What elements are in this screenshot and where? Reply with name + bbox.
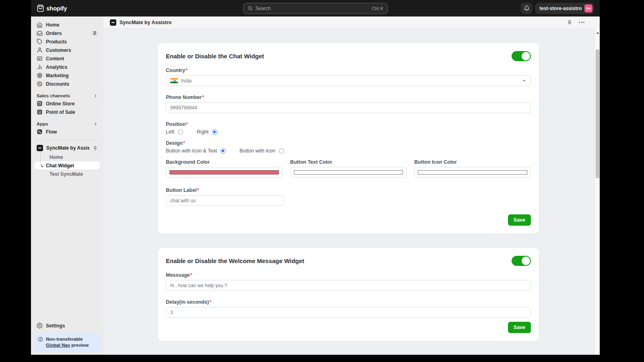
- app-header-actions: [567, 20, 593, 25]
- sidebar-item-chat-widget[interactable]: ↳ Chat Widget: [34, 161, 100, 170]
- chat-widget-card-title: Enable or Disable the Chat Widget: [166, 53, 264, 60]
- sidebar-item-marketing[interactable]: Marketing: [34, 71, 100, 80]
- sidebar-item-online-store[interactable]: Online Store: [34, 99, 100, 108]
- point-of-sale-icon: [37, 109, 43, 115]
- search-icon: [248, 6, 253, 11]
- pin-icon[interactable]: [567, 20, 572, 25]
- country-label: Country*: [166, 68, 531, 73]
- button-text-color-swatch: [294, 170, 403, 175]
- vertical-scrollbar[interactable]: [595, 29, 600, 355]
- app-header-bar: SyncMate by Assistro: [103, 16, 600, 29]
- sidebar-item-content[interactable]: Content: [34, 54, 100, 63]
- global-search[interactable]: Ctrl K: [243, 3, 388, 14]
- phone-number-input[interactable]: [166, 102, 531, 113]
- shopify-wordmark: shopify: [46, 5, 67, 12]
- position-radio-group: Left Right: [166, 129, 531, 135]
- info-icon: [38, 337, 43, 348]
- radio-checked-icon[interactable]: [212, 130, 217, 135]
- country-select[interactable]: India: [166, 75, 531, 86]
- pin-icon[interactable]: [93, 146, 98, 151]
- more-options-icon[interactable]: [579, 22, 584, 23]
- radio-unchecked-icon[interactable]: [178, 130, 183, 135]
- chevron-right-icon: [93, 94, 98, 98]
- sales-channels-header[interactable]: Sales channels: [37, 93, 98, 98]
- store-menu-button[interactable]: test-store-assistro tsa: [535, 3, 594, 14]
- sidebar-item-products[interactable]: Products: [34, 37, 100, 46]
- sidebar-item-flow[interactable]: Flow: [34, 128, 100, 136]
- delay-label: Delay(in seconds)*: [166, 299, 531, 305]
- scrollbar-thumb[interactable]: [596, 49, 599, 178]
- button-text-color-picker[interactable]: [290, 167, 407, 178]
- bar-chart-icon: [37, 64, 43, 70]
- sidebar-item-syncmate-app[interactable]: SyncMate by Assistro: [34, 144, 100, 152]
- apps-header[interactable]: Apps: [37, 121, 98, 126]
- online-store-icon: [37, 101, 43, 107]
- message-input[interactable]: [166, 280, 531, 291]
- sidebar: Home Orders 2 Products Customers Content: [31, 16, 103, 355]
- button-icon-color-picker[interactable]: [414, 167, 531, 178]
- store-avatar: tsa: [584, 4, 592, 12]
- sidebar-item-orders[interactable]: Orders 2: [34, 29, 100, 37]
- sidebar-item-home[interactable]: Home: [34, 21, 100, 29]
- notifications-button[interactable]: [521, 3, 532, 14]
- background-color-label: Background Color: [166, 159, 283, 165]
- topbar: shopify Ctrl K test-store-assistro tsa: [31, 0, 600, 16]
- position-left-option[interactable]: Left: [166, 129, 183, 135]
- radio-checked-icon[interactable]: [221, 148, 226, 154]
- button-label-input[interactable]: [166, 195, 284, 206]
- design-label: Design*: [166, 140, 531, 146]
- sidebar-divider: [36, 140, 99, 140]
- syncmate-app-subnav: Home ↳ Chat Widget Test SyncMate: [34, 153, 100, 178]
- position-label: Position*: [166, 121, 531, 127]
- background-color-swatch: [169, 170, 279, 175]
- topbar-actions: test-store-assistro tsa: [521, 3, 594, 14]
- app-title: SyncMate by Assistro: [120, 20, 171, 25]
- store-name: test-store-assistro: [539, 6, 582, 11]
- orders-count-badge: 2: [91, 31, 98, 36]
- welcome-message-toggle[interactable]: [512, 256, 531, 266]
- sidebar-item-settings[interactable]: Settings: [34, 321, 100, 330]
- home-icon: [37, 22, 43, 28]
- position-right-option[interactable]: Right: [197, 129, 217, 135]
- welcome-message-card: Enable or Disable the Welcome Message Wi…: [158, 248, 539, 341]
- chevron-right-icon: [93, 122, 98, 126]
- content-icon: [37, 56, 43, 62]
- save-button[interactable]: Save: [508, 214, 531, 226]
- save-button[interactable]: Save: [508, 322, 531, 333]
- phone-number-label: Phone Number*: [166, 95, 531, 100]
- syncmate-app-icon: [37, 145, 43, 151]
- button-label-label: Button Label*: [166, 187, 531, 193]
- sidebar-item-point-of-sale[interactable]: Point of Sale: [34, 108, 100, 116]
- gear-icon: [37, 323, 43, 329]
- sidebar-item-syncmate-home[interactable]: Home: [34, 153, 100, 161]
- button-icon-color-field: Button Icon Color: [414, 159, 531, 178]
- scroll-up-arrow-icon[interactable]: [597, 31, 599, 34]
- sidebar-item-test-syncmate[interactable]: Test SyncMate: [34, 170, 100, 178]
- app-content: Enable or Disable the Chat Widget Countr…: [103, 29, 600, 355]
- sidebar-item-customers[interactable]: Customers: [34, 46, 100, 54]
- india-flag-icon: [170, 78, 178, 83]
- welcome-message-card-title: Enable or Disable the Welcome Message Wi…: [166, 257, 304, 264]
- global-nav-link[interactable]: Global Nav: [46, 343, 70, 348]
- chat-widget-toggle[interactable]: [512, 51, 531, 61]
- bell-icon: [524, 5, 530, 11]
- toggle-knob: [522, 257, 530, 265]
- tree-arrow-icon: ↳: [40, 163, 44, 169]
- radio-unchecked-icon[interactable]: [279, 148, 284, 154]
- toggle-knob: [522, 52, 530, 60]
- background-color-picker[interactable]: [166, 167, 283, 178]
- button-text-color-field: Button Text Color: [290, 159, 407, 178]
- sidebar-item-analytics[interactable]: Analytics: [34, 63, 100, 71]
- delay-input[interactable]: [166, 307, 531, 318]
- design-radio-group: Button with Icon & Text Button with Icon: [166, 148, 531, 154]
- button-icon-color-swatch: [418, 170, 527, 175]
- design-icon-only-option[interactable]: Button with Icon: [239, 148, 284, 154]
- note-text: Non-transferable Global Nav preview: [46, 336, 89, 348]
- search-input[interactable]: [256, 6, 369, 11]
- color-settings-row: Background Color Button Text Color: [166, 159, 531, 178]
- background-color-field: Background Color: [166, 159, 283, 178]
- sidebar-item-discounts[interactable]: Discounts: [34, 80, 100, 88]
- chat-widget-card: Enable or Disable the Chat Widget Countr…: [158, 43, 539, 234]
- message-label: Messsage*: [166, 272, 531, 278]
- design-icon-text-option[interactable]: Button with Icon & Text: [166, 148, 226, 154]
